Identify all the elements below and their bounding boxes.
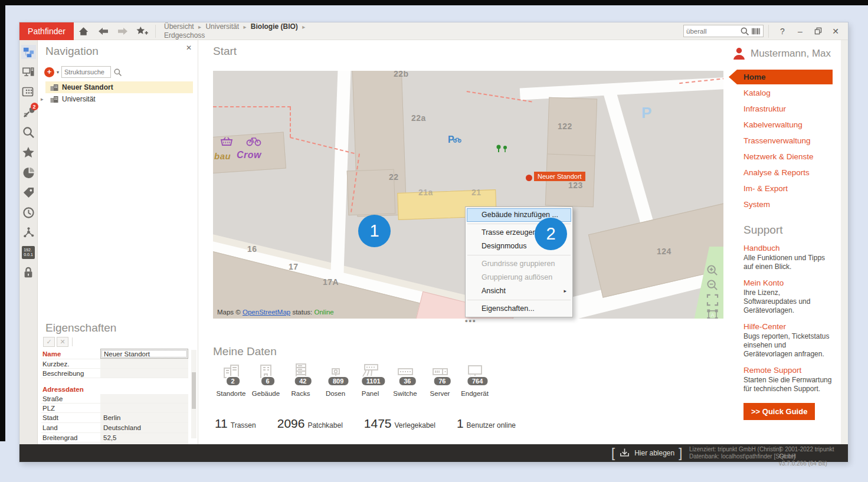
tree-item-neuer-standort[interactable]: Neuer Standort <box>38 81 198 93</box>
search-icon[interactable] <box>113 68 122 77</box>
menu-item-eigenschaften[interactable]: Eigenschaften... <box>467 302 571 316</box>
apply-button[interactable]: ✓ <box>43 337 55 347</box>
rail-topology-button[interactable] <box>21 225 36 240</box>
menu-im-export[interactable]: Im- & Export <box>729 181 841 196</box>
breitengrad-value[interactable]: 52,5 <box>100 433 188 442</box>
map-resize-handle[interactable]: ••• <box>465 316 477 325</box>
beschreibung-value[interactable] <box>100 369 188 378</box>
tree-item-universitaet[interactable]: ▸ Universität <box>38 93 198 105</box>
drop-zone[interactable]: [ Hier ablegen ] <box>611 444 682 462</box>
close-button[interactable]: ✕ <box>827 22 844 40</box>
breadcrumb-item[interactable]: Übersicht <box>164 22 194 31</box>
home-button[interactable] <box>74 22 93 40</box>
navigation-close-button[interactable]: ✕ <box>186 44 192 52</box>
site-marker-label[interactable]: Neuer Standort <box>534 172 585 181</box>
support-link-hilfe-center[interactable]: Hilfe-Center <box>743 322 841 331</box>
add-node-button[interactable]: + <box>44 67 54 77</box>
menu-infrastruktur[interactable]: Infrastruktur <box>729 101 841 116</box>
trees-icon <box>495 144 510 153</box>
support-link-handbuch[interactable]: Handbuch <box>743 244 841 253</box>
menu-separator <box>467 255 571 255</box>
discard-button[interactable]: ✕ <box>57 337 68 347</box>
barcode-scan-icon[interactable] <box>751 27 761 35</box>
add-favorite-button[interactable] <box>132 22 152 40</box>
map-status-online: Online <box>314 309 333 316</box>
rail-structure-button[interactable] <box>21 45 36 59</box>
menu-trassenverwaltung[interactable]: Trassenverwaltung <box>729 133 841 148</box>
properties-panel: Eigenschaften ✓ ✕ Name Neuer Standort Ku… <box>38 322 198 444</box>
support-desc: Alle Funktionen und Tipps auf einen Blic… <box>743 254 834 271</box>
minimize-button[interactable]: – <box>791 22 809 40</box>
user-row[interactable]: Mustermann, Max <box>732 47 841 60</box>
properties-scrollbar[interactable] <box>191 350 196 438</box>
land-value[interactable]: Deutschland <box>100 423 188 432</box>
structure-search-input[interactable] <box>61 66 111 78</box>
bicycle-icon <box>246 136 261 146</box>
rail-patchpanel-button[interactable] <box>21 85 36 99</box>
rail-reports-button[interactable] <box>21 165 36 179</box>
menu-item-grundrisse-gruppieren: Grundrisse gruppieren <box>467 257 571 271</box>
rail-security-button[interactable] <box>21 265 36 280</box>
scrollbar-thumb[interactable] <box>192 372 196 409</box>
stat-standorte[interactable]: 2 Standorte <box>214 362 248 407</box>
stat-dosen[interactable]: 809 Dosen <box>318 362 353 407</box>
main-menu-sidebar: Mustermann, Max Home Katalog Infrastrukt… <box>729 40 841 444</box>
breadcrumb-item-floor[interactable]: Erdgeschoss <box>164 31 205 40</box>
menu-system[interactable]: System <box>729 197 841 212</box>
fit-view-button[interactable] <box>706 294 719 306</box>
add-node-dropdown-icon[interactable]: ▾ <box>57 70 59 75</box>
zoom-out-button[interactable] <box>706 279 719 291</box>
kurzbez-value[interactable] <box>100 359 188 368</box>
menu-analyse-reports[interactable]: Analyse & Reports <box>729 165 841 180</box>
support-link-mein-konto[interactable]: Mein Konto <box>743 278 841 287</box>
global-search-input[interactable] <box>686 28 740 35</box>
select-area-button[interactable]: A <box>706 309 719 319</box>
rail-workstation-button[interactable] <box>21 65 36 79</box>
patch-panel-icon <box>22 87 35 97</box>
help-button[interactable]: ? <box>774 22 791 40</box>
rail-ip-management-button[interactable]: 192. 0.0.1 <box>21 245 36 260</box>
structure-tree-icon <box>22 46 35 58</box>
site-marker-dot[interactable] <box>526 175 532 181</box>
back-button[interactable] <box>93 22 113 40</box>
plz-value[interactable] <box>100 404 188 412</box>
tree-expander-icon[interactable]: ▸ <box>41 96 44 102</box>
support-desc: Bugs reporten, Ticketstatus einsehen und… <box>743 332 834 359</box>
breadcrumb-arrow-icon: ▸ <box>198 24 201 30</box>
name-value-input[interactable]: Neuer Standort <box>100 349 188 359</box>
stat-panel[interactable]: 1101 Panel <box>353 362 388 407</box>
zoom-in-button[interactable] <box>706 264 719 277</box>
menu-item-ansicht[interactable]: Ansicht ▸ <box>467 284 571 298</box>
stadt-value[interactable]: Berlin <box>100 413 188 422</box>
rail-history-button[interactable] <box>21 205 36 219</box>
menu-home[interactable]: Home <box>729 70 833 84</box>
forward-button[interactable] <box>113 22 132 40</box>
support-link-remote-support[interactable]: Remote Support <box>743 366 841 375</box>
menu-netzwerk-dienste[interactable]: Netzwerk & Dienste <box>729 149 841 164</box>
openstreetmap-link[interactable]: OpenStreetMap <box>243 309 290 316</box>
quick-guide-button[interactable]: >> Quick Guide <box>743 403 815 420</box>
stat-gebaeude[interactable]: 6 Gebäude <box>248 362 283 407</box>
app-logo[interactable]: Pathfinder <box>19 22 74 40</box>
breadcrumb-item-current-building[interactable]: Biologie (BIO) <box>251 22 298 31</box>
menu-katalog[interactable]: Katalog <box>729 86 841 100</box>
tool-rail: 2 <box>19 40 38 444</box>
stat-server[interactable]: 76 Server <box>422 362 457 407</box>
search-icon[interactable] <box>740 27 749 36</box>
rail-favorites-button[interactable] <box>21 145 36 159</box>
rail-tools-button[interactable]: 2 <box>21 105 36 119</box>
stat-racks[interactable]: 42 Racks <box>283 362 318 407</box>
strasse-value[interactable] <box>100 394 188 403</box>
stat-endgeraet[interactable]: 764 Endgerät <box>457 362 492 407</box>
stat-switche[interactable]: 36 Switche <box>388 362 422 407</box>
property-row: Straße <box>41 394 188 404</box>
bracket-icon: ] <box>679 445 682 461</box>
menu-kabelverwaltung[interactable]: Kabelverwaltung <box>729 117 841 132</box>
user-icon <box>732 47 746 60</box>
breadcrumb-item[interactable]: Universität <box>205 22 239 31</box>
rail-search-button[interactable] <box>21 125 36 139</box>
structure-tree: Neuer Standort ▸ Universität <box>38 81 198 105</box>
rail-tags-button[interactable] <box>21 185 36 199</box>
restore-button[interactable] <box>809 22 827 40</box>
tree-item-label: Neuer Standort <box>62 83 113 91</box>
